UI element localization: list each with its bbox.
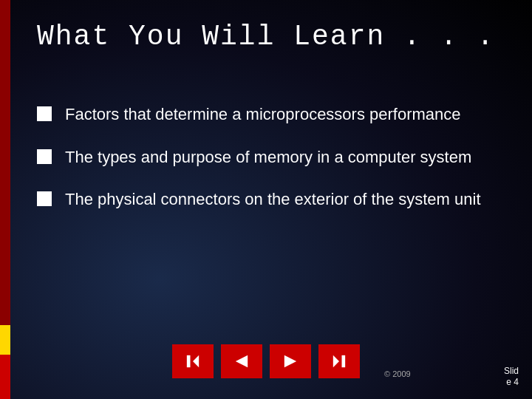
bullet-item-2: The types and purpose of memory in a com… xyxy=(37,146,502,168)
bullet-icon-3 xyxy=(37,191,52,206)
bullet-icon-1 xyxy=(37,106,52,121)
bullet-item-1: Factors that determine a microprocessors… xyxy=(37,103,502,126)
svg-marker-4 xyxy=(333,355,339,367)
svg-rect-1 xyxy=(187,355,191,367)
svg-marker-2 xyxy=(236,355,248,367)
bullet-item-3: The physical connectors on the exterior … xyxy=(37,188,502,211)
prev-button[interactable] xyxy=(221,344,262,378)
bullet-icon-2 xyxy=(37,149,52,164)
slide-number-line2: e 4 xyxy=(506,377,519,387)
bullet-text-3: The physical connectors on the exterior … xyxy=(65,188,502,211)
accent-bar-bottom xyxy=(0,355,10,399)
svg-rect-5 xyxy=(342,355,346,367)
bullet-text-1: Factors that determine a microprocessors… xyxy=(65,103,502,126)
accent-bar-top xyxy=(0,0,10,325)
accent-bar xyxy=(0,0,10,399)
next-button[interactable] xyxy=(270,344,311,378)
svg-marker-0 xyxy=(193,355,199,367)
last-button[interactable] xyxy=(318,344,360,378)
slide-number: Slid e 4 xyxy=(504,366,519,389)
accent-bar-middle xyxy=(0,325,10,355)
first-button[interactable] xyxy=(172,344,214,378)
nav-buttons xyxy=(172,344,360,378)
slide-number-line1: Slid xyxy=(504,366,519,376)
bullet-text-2: The types and purpose of memory in a com… xyxy=(65,146,502,168)
slide: What You Will Learn . . . Factors that d… xyxy=(0,0,532,399)
first-icon xyxy=(183,351,203,372)
svg-marker-3 xyxy=(284,355,296,367)
prev-icon xyxy=(231,351,252,372)
copyright: © 2009 xyxy=(384,369,411,378)
slide-title: What You Will Learn . . . xyxy=(37,21,510,52)
last-icon xyxy=(329,351,349,372)
next-icon xyxy=(280,351,301,372)
content-area: Factors that determine a microprocessors… xyxy=(37,103,502,231)
